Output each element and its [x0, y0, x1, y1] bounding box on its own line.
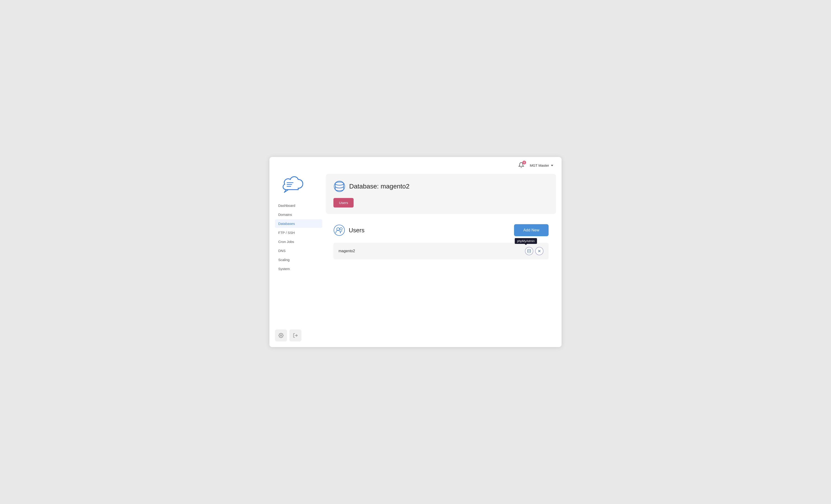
svg-point-7	[334, 225, 345, 236]
sidebar-item-scaling[interactable]: Scaling	[275, 256, 322, 264]
db-header: Database: magento2	[334, 180, 549, 192]
sidebar-item-cron-jobs[interactable]: Cron Jobs	[275, 237, 322, 246]
svg-point-8	[337, 228, 339, 231]
app-container: 0 MGT Master	[269, 157, 562, 347]
sidebar-item-databases[interactable]: Databases	[275, 219, 322, 228]
sidebar-item-ftp-ssh[interactable]: FTP / SSH	[275, 228, 322, 237]
database-small-icon	[527, 249, 531, 253]
users-icon	[334, 225, 345, 236]
user-menu-button[interactable]: MGT Master	[530, 164, 553, 167]
svg-point-5	[335, 182, 344, 185]
notification-badge: 0	[522, 161, 526, 165]
delete-user-button[interactable]	[535, 247, 544, 255]
users-tab-button[interactable]: Users	[334, 198, 353, 207]
notification-button[interactable]: 0	[517, 161, 525, 170]
sidebar-item-dns[interactable]: DNS	[275, 246, 322, 255]
chevron-down-icon	[551, 165, 553, 166]
svg-point-6	[334, 181, 345, 192]
svg-point-9	[340, 228, 342, 230]
add-new-button[interactable]: Add New	[514, 224, 549, 236]
users-section: Users Add New magento2 phpMyAdmin	[326, 218, 556, 342]
sidebar-item-dashboard[interactable]: Dashboard	[275, 201, 322, 210]
sidebar-item-system[interactable]: System	[275, 265, 322, 273]
user-name: magento2	[339, 249, 355, 253]
gear-icon	[279, 333, 284, 338]
nav-items: Dashboard Domains Databases FTP / SSH Cr…	[275, 201, 322, 325]
phpmyadmin-tooltip: phpMyAdmin	[515, 238, 537, 244]
main-content: Database: magento2 Users	[326, 174, 556, 342]
close-icon	[537, 249, 541, 253]
header: 0 MGT Master	[269, 157, 562, 174]
user-menu-label: MGT Master	[530, 164, 549, 167]
settings-button[interactable]	[275, 329, 287, 342]
svg-point-3	[280, 335, 282, 336]
sidebar: Dashboard Domains Databases FTP / SSH Cr…	[275, 174, 326, 342]
users-title-group: Users	[334, 225, 365, 236]
sidebar-item-domains[interactable]: Domains	[275, 210, 322, 219]
users-title: Users	[349, 227, 365, 234]
database-icon	[334, 180, 345, 192]
logout-icon	[293, 333, 298, 338]
sidebar-bottom	[275, 325, 322, 342]
logo-area	[275, 174, 322, 201]
phpmyadmin-button[interactable]	[525, 247, 533, 255]
body-layout: Dashboard Domains Databases FTP / SSH Cr…	[269, 174, 562, 347]
svg-point-10	[527, 249, 531, 250]
user-row: magento2 phpMyAdmin	[334, 243, 549, 260]
user-actions: phpMyAdmin	[525, 247, 544, 255]
users-header: Users Add New	[334, 224, 549, 236]
database-card: Database: magento2 Users	[326, 174, 556, 214]
app-logo	[275, 174, 305, 195]
database-title: Database: magento2	[349, 183, 409, 190]
logout-button[interactable]	[289, 329, 302, 342]
